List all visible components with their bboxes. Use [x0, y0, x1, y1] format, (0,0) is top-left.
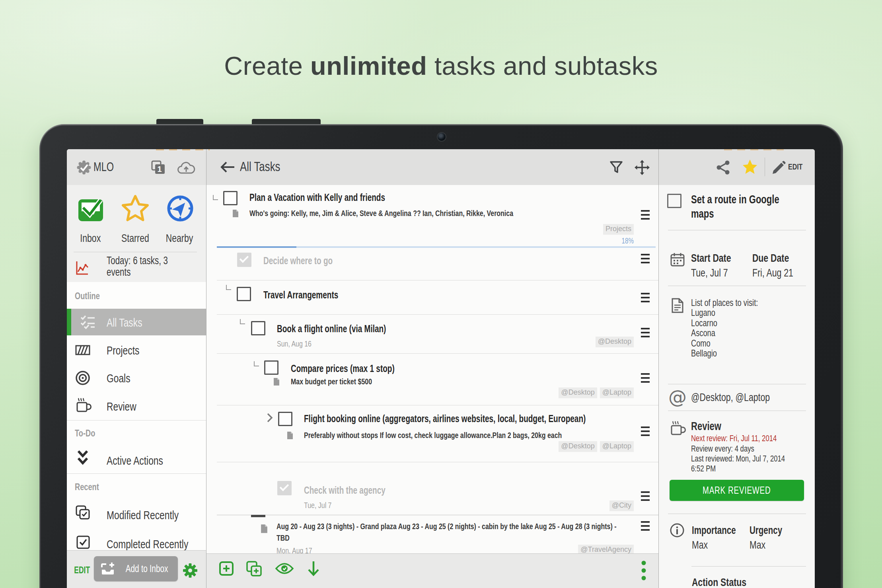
contexts-at-icon: @	[668, 386, 687, 408]
detail-edit-button[interactable]: EDIT	[788, 162, 807, 171]
settings-gear-icon[interactable]	[183, 563, 198, 578]
task-checkbox-checked[interactable]	[277, 481, 292, 495]
tag: @Laptop	[600, 387, 634, 398]
move-mode-icon[interactable]	[634, 159, 650, 176]
move-down-icon[interactable]	[306, 560, 321, 577]
task-title: Flight booking online (aggregators, airl…	[304, 413, 675, 424]
due-date-value[interactable]: Fri, Aug 21	[752, 267, 806, 279]
view-visibility-icon[interactable]	[275, 562, 294, 575]
start-date-value[interactable]: Tue, Jul 7	[691, 267, 740, 279]
task-progress-bar	[217, 246, 656, 248]
tablet-front-camera	[438, 133, 446, 141]
nearby-icon[interactable]	[165, 194, 195, 223]
row-divider	[217, 515, 658, 515]
add-to-inbox-button[interactable]: Add to Inbox	[94, 556, 178, 581]
mark-reviewed-button[interactable]: MARK REVIEWED	[670, 480, 804, 501]
note-icon	[232, 209, 239, 218]
projects-icon	[75, 343, 91, 357]
task-drag-handle-icon[interactable]	[641, 293, 650, 304]
importance-value[interactable]: Max	[692, 539, 713, 551]
inbox-icon[interactable]	[76, 195, 105, 223]
detail-note-text[interactable]: List of places to visit: Lugano Locarno …	[691, 298, 815, 358]
detail-divider	[668, 411, 806, 411]
task-drag-handle-icon[interactable]	[641, 328, 650, 339]
back-arrow-icon[interactable]	[220, 160, 236, 174]
tag: @Desktop	[596, 337, 634, 347]
sidebar-edit-button[interactable]: EDIT	[70, 565, 94, 576]
task-detail-panel: EDIT Set a route in Google maps Start Da…	[659, 149, 815, 588]
edit-pencil-icon[interactable]	[771, 160, 786, 175]
marketing-screenshot: Create unlimited tasks and subtasks MLO	[0, 0, 882, 588]
sidebar-divider	[67, 420, 206, 421]
add-subtask-icon[interactable]	[245, 560, 262, 577]
today-summary[interactable]: Today: 6 tasks, 3 events	[107, 255, 200, 278]
task-tags: Projects	[603, 224, 634, 235]
sidebar-item-label: Review	[107, 400, 146, 413]
sidebar-item-label: All Tasks	[107, 316, 154, 329]
banner-prefix: Create	[224, 51, 310, 80]
completed-recently-icon	[76, 535, 90, 549]
task-drag-handle-icon[interactable]	[641, 426, 650, 438]
task-checkbox[interactable]	[223, 191, 238, 205]
mlo-logo-icon	[77, 160, 91, 175]
banner-suffix: tasks and subtasks	[427, 51, 658, 80]
today-chart-icon[interactable]	[76, 260, 89, 276]
sidebar-shortcut-inbox[interactable]: Inbox	[67, 232, 114, 245]
tag: @Desktop	[559, 441, 597, 452]
add-to-inbox-icon	[101, 562, 117, 576]
app-screen: MLO 1 Inbox	[67, 149, 815, 588]
detail-contexts[interactable]: @Desktop, @Laptop	[691, 391, 795, 404]
task-tags: @Desktop@Laptop	[559, 441, 634, 452]
sidebar: MLO 1 Inbox	[67, 149, 206, 588]
task-drag-handle-icon[interactable]	[641, 254, 650, 265]
task-tags: @Desktop	[596, 337, 634, 347]
tag: @Laptop	[600, 441, 634, 452]
review-section-title: Review	[691, 420, 731, 433]
sidebar-shortcut-starred[interactable]: Starred	[111, 232, 159, 245]
sidebar-divider	[74, 252, 197, 252]
row-divider	[217, 405, 658, 405]
task-checkbox[interactable]	[278, 412, 292, 426]
screenshot-artifact	[156, 149, 210, 150]
screenshot-artifact	[724, 149, 784, 150]
task-checkbox[interactable]	[251, 321, 265, 335]
sidebar-shortcut-nearby[interactable]: Nearby	[156, 232, 203, 245]
task-drag-handle-icon[interactable]	[641, 373, 650, 384]
start-date-label: Start Date	[691, 252, 744, 265]
sidebar-item-all-tasks[interactable]: All Tasks	[67, 309, 206, 335]
due-date-label: Due Date	[752, 252, 800, 265]
add-task-icon[interactable]	[219, 561, 234, 576]
indent-mark	[254, 361, 259, 366]
active-actions-icon	[76, 450, 90, 469]
calendar-icon	[670, 252, 685, 267]
starred-icon[interactable]	[120, 194, 150, 223]
task-checkbox-checked[interactable]	[237, 253, 251, 267]
detail-task-title: Set a route in Google maps	[691, 192, 815, 221]
note-icon	[273, 378, 280, 386]
review-frequency: Review every: 4 days	[691, 444, 774, 454]
detail-divider	[691, 566, 806, 567]
task-drag-handle-icon[interactable]	[641, 521, 650, 532]
filter-icon[interactable]	[609, 161, 623, 174]
all-tasks-icon	[80, 314, 96, 330]
task-checkbox[interactable]	[264, 360, 278, 375]
cloud-sync-icon[interactable]	[177, 162, 195, 175]
expand-chevron-icon[interactable]	[266, 413, 273, 423]
task-drag-handle-icon[interactable]	[641, 491, 650, 502]
overflow-menu-icon[interactable]	[641, 561, 646, 581]
share-icon[interactable]	[716, 160, 730, 175]
task-drag-handle-icon[interactable]	[641, 210, 650, 221]
task-date: Sun, Aug 16	[277, 339, 322, 349]
note-icon	[261, 524, 268, 533]
sidebar-header: MLO 1	[67, 149, 206, 185]
header-divider	[765, 158, 765, 176]
task-title: Book a flight online (via Milan)	[277, 323, 421, 335]
scrolled-checkbox-sliver	[251, 515, 265, 517]
star-favorite-icon[interactable]	[742, 159, 758, 175]
task-list-toolbar	[206, 553, 658, 588]
review-icon	[74, 396, 92, 414]
detail-task-checkbox[interactable]	[667, 194, 681, 208]
task-checkbox[interactable]	[237, 287, 251, 301]
urgency-value[interactable]: Max	[750, 539, 771, 551]
task-detail-header: EDIT	[659, 149, 815, 185]
